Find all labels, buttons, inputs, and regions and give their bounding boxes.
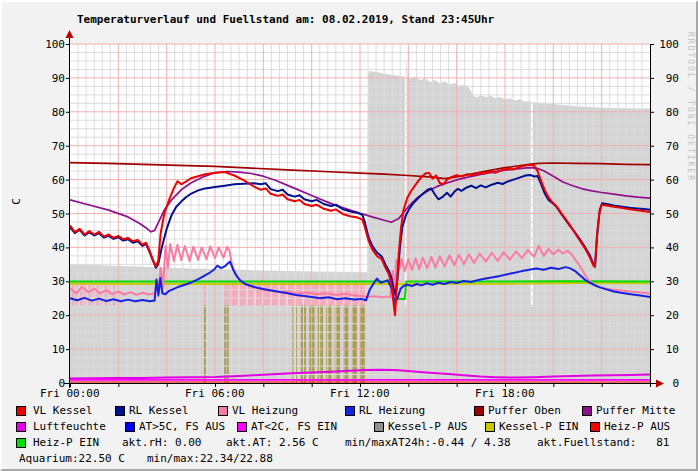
x-axis-label: Fri 06:00 (185, 388, 245, 399)
legend-swatch-at2-ein (237, 422, 247, 432)
band-frost-stripe (88, 282, 90, 305)
state-bar-olive (224, 305, 226, 383)
legend-label: RL Heizung (359, 405, 425, 417)
y-axis-label-left: 50 (35, 209, 65, 220)
legend-swatch-at5-aus (125, 422, 135, 432)
legend-label: min/max:22.34/22.88 (147, 453, 273, 465)
state-bar-olive (360, 305, 365, 383)
band-frost-stripe (97, 282, 99, 305)
legend-label: Puffer Oben (488, 405, 561, 417)
y-axis-label-right: 70 (649, 141, 679, 152)
fuellstand-gap (531, 101, 533, 305)
state-bar-top (224, 282, 226, 305)
y-axis-label-right: 80 (649, 107, 679, 118)
y-axis-label-left: 90 (35, 73, 65, 84)
x-axis-label: Fri 18:00 (475, 388, 535, 399)
rrdtool-watermark: RRDTOOL / TOBI OETIKER (686, 32, 695, 182)
legend-label: akt.rH: 0.00 (122, 437, 201, 449)
y-axis-label-right: 90 (649, 73, 679, 84)
legend-swatch-kessel-p-ein (485, 422, 495, 432)
y-axis-label-right: 100 (649, 39, 679, 50)
y-axis-label-right: 10 (649, 344, 679, 355)
legend-swatch-heiz-p-ein (16, 438, 26, 448)
legend-swatch-puffer-oben (474, 406, 484, 416)
legend-swatch-vl-kessel (16, 406, 26, 416)
state-bar-olive (292, 305, 293, 383)
legend-label: Heiz-P AUS (604, 421, 670, 433)
y-axis-label-right: 40 (649, 242, 679, 253)
y-axis-label-right: 50 (649, 209, 679, 220)
legend-label: akt.Fuellstand: 81 (537, 437, 669, 449)
state-bar-olive (227, 305, 229, 383)
y-axis-label-right: 0 (649, 378, 679, 389)
x-axis-label: Fri 12:00 (330, 388, 390, 399)
legend-swatch-puffer-mitte (582, 406, 592, 416)
legend-row-4: Aquarium:22.50 Cmin/max:22.34/22.88 (2, 453, 698, 468)
y-axis-label-left: 80 (35, 107, 65, 118)
y-axis-label-left: 30 (35, 276, 65, 287)
legend-row-3: Heiz-P EINakt.rH: 0.00akt.AT: 2.56 Cmin/… (2, 437, 698, 452)
state-bar-top (204, 282, 206, 305)
legend-row-2: LuftfeuchteAT>5C, FS AUSAT<2C, FS EINKes… (2, 421, 698, 436)
legend-swatch-rl-kessel (115, 406, 125, 416)
state-bar-top (227, 282, 229, 305)
y-axis-label-left: 100 (35, 39, 65, 50)
y-axis-label-left: 20 (35, 310, 65, 321)
legend-label: AT>5C, FS AUS (139, 421, 225, 433)
legend-label: VL Heizung (232, 405, 298, 417)
y-axis-label-right: 30 (649, 276, 679, 287)
legend-row-1: VL KesselRL KesselVL HeizungRL HeizungPu… (2, 405, 698, 420)
band-frost-stripe (80, 282, 82, 305)
legend-swatch-vl-heizung (218, 406, 228, 416)
x-axis-label: Fri 00:00 (40, 388, 100, 399)
y-axis-arrow (66, 30, 74, 38)
legend-label: AT<2C, FS EIN (251, 421, 337, 433)
legend-label: Heiz-P EIN (33, 437, 99, 449)
temperature-fill-chart (2, 2, 698, 471)
y-axis-label-right: 60 (649, 175, 679, 186)
y-axis-label-left: 40 (35, 242, 65, 253)
y-axis-label-left: 70 (35, 141, 65, 152)
legend-label: Kessel-P AUS (388, 421, 467, 433)
legend-label: Luftfeuchte (33, 421, 106, 433)
y-axis-label-left: 60 (35, 175, 65, 186)
legend-swatch-heiz-p-aus (590, 422, 600, 432)
legend-label: Aquarium:22.50 C (19, 453, 125, 465)
y-axis-label-left: 10 (35, 344, 65, 355)
legend-label: Kessel-P EIN (499, 421, 578, 433)
band-frost-stripe (72, 282, 74, 305)
legend-swatch-luftfeuchte (16, 422, 26, 432)
state-bar-olive (204, 305, 206, 383)
legend-label: Puffer Mitte (596, 405, 675, 417)
legend-swatch-rl-heizung (345, 406, 355, 416)
legend-label: akt.AT: 2.56 C (226, 437, 319, 449)
legend-label: VL Kessel (33, 405, 93, 417)
legend-swatch-kessel-p-aus (374, 422, 384, 432)
legend-label: min/maxAT24h:-0.44 / 4.38 (345, 437, 511, 449)
y-axis-label-right: 20 (649, 310, 679, 321)
state-bar-olive (296, 305, 297, 383)
y-axis-unit-label: C (10, 198, 23, 205)
legend-label: RL Kessel (129, 405, 189, 417)
rrdtool-graph-page: Temperaturverlauf und Fuellstand am: 08.… (0, 0, 698, 471)
